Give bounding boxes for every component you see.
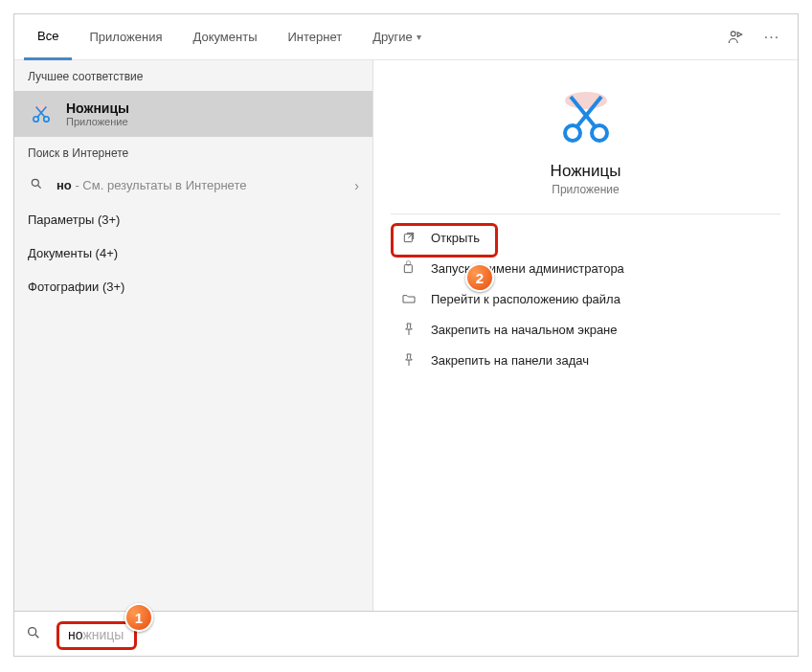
action-open-file-location[interactable]: Перейти к расположению файла bbox=[373, 283, 798, 314]
pin-icon bbox=[400, 322, 417, 337]
action-label: Закрепить на панели задач bbox=[431, 353, 589, 368]
svg-point-2 bbox=[34, 117, 38, 122]
results-panel: Лучшее соответствие Ножницы Приложение bbox=[14, 60, 372, 611]
svg-line-7 bbox=[38, 186, 41, 189]
action-pin-start[interactable]: Закрепить на начальном экране bbox=[373, 314, 798, 345]
chevron-right-icon: › bbox=[354, 178, 359, 193]
category-parameters[interactable]: Параметры (3+) bbox=[14, 203, 372, 236]
search-tabs: Все Приложения Документы Интернет Другие… bbox=[14, 14, 798, 60]
svg-rect-14 bbox=[404, 265, 412, 273]
tab-apps[interactable]: Приложения bbox=[76, 14, 175, 60]
app-preview-panel: Ножницы Приложение Открыть Запуск от име… bbox=[372, 60, 798, 611]
annotation-badge-1: 1 bbox=[124, 603, 153, 632]
best-match-header: Лучшее соответствие bbox=[14, 60, 372, 91]
svg-line-18 bbox=[35, 635, 38, 638]
more-icon[interactable]: ··· bbox=[756, 14, 788, 60]
tab-other-label: Другие bbox=[372, 30, 413, 44]
search-icon bbox=[26, 625, 41, 643]
tab-internet[interactable]: Интернет bbox=[274, 14, 355, 60]
tab-all[interactable]: Все bbox=[24, 14, 72, 60]
action-open[interactable]: Открыть bbox=[373, 222, 798, 253]
result-snipping-tool[interactable]: Ножницы Приложение bbox=[14, 91, 372, 137]
action-label: Запуск от имени администратора bbox=[431, 261, 624, 276]
scissors-icon bbox=[552, 83, 620, 152]
result-title: Ножницы bbox=[66, 101, 129, 116]
svg-point-8 bbox=[565, 92, 607, 109]
svg-point-6 bbox=[32, 179, 38, 186]
web-search-row[interactable]: но - См. результаты в Интернете › bbox=[14, 168, 372, 203]
web-search-text: но - См. результаты в Интернете bbox=[56, 178, 343, 192]
app-subtitle: Приложение bbox=[552, 183, 619, 196]
category-label: Параметры (3+) bbox=[28, 213, 359, 227]
app-title: Ножницы bbox=[551, 162, 621, 181]
svg-point-3 bbox=[44, 117, 49, 122]
action-pin-taskbar[interactable]: Закрепить на панели задач bbox=[373, 345, 798, 375]
action-label: Закрепить на начальном экране bbox=[431, 323, 618, 337]
tab-other[interactable]: Другие ▾ bbox=[359, 14, 435, 60]
tab-documents[interactable]: Документы bbox=[179, 14, 270, 60]
search-input[interactable] bbox=[49, 626, 786, 641]
category-documents[interactable]: Документы (4+) bbox=[14, 236, 372, 270]
category-photos[interactable]: Фотографии (3+) bbox=[14, 270, 372, 303]
category-label: Документы (4+) bbox=[28, 246, 359, 260]
category-label: Фотографии (3+) bbox=[28, 280, 359, 294]
annotation-badge-2: 2 bbox=[465, 263, 494, 292]
result-subtitle: Приложение bbox=[66, 116, 129, 127]
scissors-icon bbox=[28, 101, 55, 127]
action-label: Открыть bbox=[431, 231, 480, 245]
folder-icon bbox=[400, 291, 417, 306]
shield-icon bbox=[400, 260, 417, 276]
action-run-as-admin[interactable]: Запуск от имени администратора bbox=[373, 253, 798, 283]
divider bbox=[391, 213, 780, 214]
open-icon bbox=[400, 230, 417, 245]
svg-point-0 bbox=[731, 31, 735, 35]
pin-icon bbox=[400, 352, 417, 368]
chevron-down-icon: ▾ bbox=[417, 32, 421, 42]
svg-point-17 bbox=[29, 627, 36, 635]
search-icon bbox=[28, 177, 45, 193]
action-label: Перейти к расположению файла bbox=[431, 292, 620, 306]
feedback-icon[interactable] bbox=[719, 14, 752, 60]
web-search-header: Поиск в Интернете bbox=[14, 137, 372, 168]
